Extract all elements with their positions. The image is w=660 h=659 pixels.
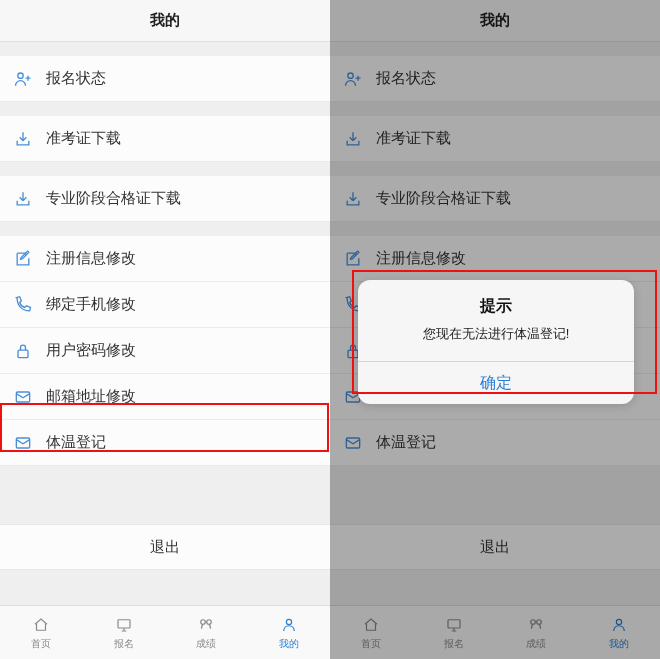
mail-icon [12,386,34,408]
download-icon [12,128,34,150]
logout-button[interactable]: 退出 [0,524,330,570]
tabbar: 首页 报名 成绩 我的 [0,605,330,659]
download-icon [12,188,34,210]
alert-dialog: 提示 您现在无法进行体温登记! 确定 [358,280,634,404]
header: 我的 [0,0,330,42]
menu-item-edit-password[interactable]: 用户密码修改 [0,328,330,374]
user-plus-icon [12,68,34,90]
page-title: 我的 [150,11,180,30]
left-pane: 我的 报名状态 准考证下载 专业阶段合格证下载 注册信息修改 [0,0,330,659]
menu-item-label: 绑定手机修改 [46,295,136,314]
tab-label: 我的 [279,637,299,651]
tab-label: 报名 [114,637,134,651]
alert-message: 您现在无法进行体温登记! [376,325,616,343]
tab-signup[interactable]: 报名 [83,606,166,659]
menu-item-label: 用户密码修改 [46,341,136,360]
menu-item-admission-ticket[interactable]: 准考证下载 [0,116,330,162]
menu-item-label: 邮箱地址修改 [46,387,136,406]
menu-item-edit-phone[interactable]: 绑定手机修改 [0,282,330,328]
menu-item-label: 报名状态 [46,69,106,88]
tab-label: 首页 [31,637,51,651]
menu-item-temperature-register[interactable]: 体温登记 [0,420,330,466]
person-icon [278,615,300,635]
menu-item-label: 注册信息修改 [46,249,136,268]
menu-item-registration-status[interactable]: 报名状态 [0,56,330,102]
menu-item-edit-registration[interactable]: 注册信息修改 [0,236,330,282]
alert-title: 提示 [376,296,616,317]
tab-score[interactable]: 成绩 [165,606,248,659]
menu-item-label: 准考证下载 [46,129,121,148]
monitor-icon [113,615,135,635]
menu-item-edit-email[interactable]: 邮箱地址修改 [0,374,330,420]
score-icon [195,615,217,635]
menu-list: 报名状态 准考证下载 专业阶段合格证下载 注册信息修改 绑定手机修改 [0,42,330,605]
alert-ok-button[interactable]: 确定 [358,362,634,404]
menu-item-label: 体温登记 [46,433,106,452]
right-pane: 我的 报名状态 准考证下载 专业阶段合格证下载 注册信息修改 [330,0,660,659]
lock-icon [12,340,34,362]
tab-home[interactable]: 首页 [0,606,83,659]
menu-item-label: 专业阶段合格证下载 [46,189,181,208]
menu-item-certificate-download[interactable]: 专业阶段合格证下载 [0,176,330,222]
phone-icon [12,294,34,316]
tab-label: 成绩 [196,637,216,651]
mail-icon [12,432,34,454]
logout-label: 退出 [150,538,180,557]
edit-icon [12,248,34,270]
home-icon [30,615,52,635]
tab-mine[interactable]: 我的 [248,606,331,659]
